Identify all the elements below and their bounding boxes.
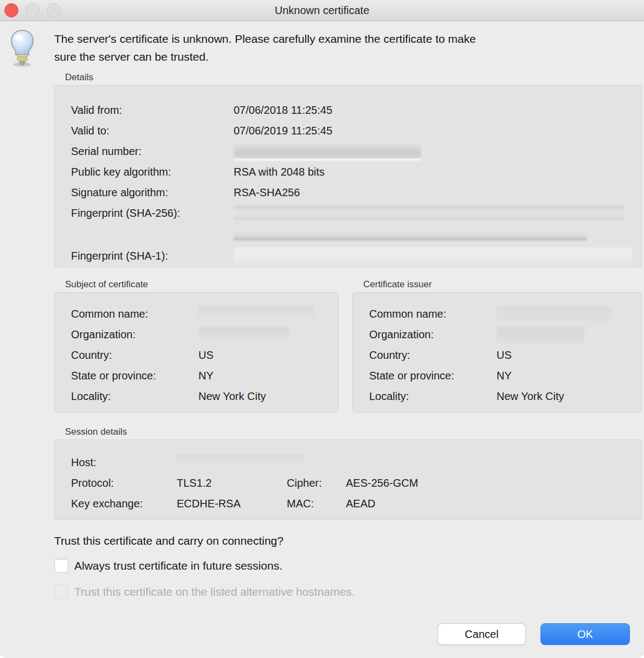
field-value: RSA-SHA256: [234, 186, 630, 199]
detail-row-valid-to: Valid to: 07/06/2019 11:25:45: [71, 120, 630, 141]
field-label: Serial number:: [71, 145, 234, 158]
field-label: Host:: [71, 456, 177, 469]
field-value: US: [198, 349, 330, 362]
subject-row-state: State or province: NY: [71, 365, 330, 386]
detail-row-valid-from: Valid from: 07/06/2018 11:25:45: [71, 100, 630, 120]
detail-row-fingerprint-sha1: Fingerprint (SHA-1):: [71, 244, 630, 268]
redacted-value: [234, 248, 632, 264]
field-label: Common name:: [71, 308, 198, 320]
field-label: Fingerprint (SHA-256):: [71, 203, 234, 223]
field-value: 07/06/2018 11:25:45: [234, 104, 630, 117]
details-group-title: Details: [65, 72, 642, 83]
field-label: Locality:: [369, 390, 497, 403]
field-label: Valid from:: [71, 104, 234, 117]
redacted-value: [177, 454, 304, 470]
issuer-row-country: Country: US: [369, 345, 633, 365]
details-groupbox: Valid from: 07/06/2018 11:25:45 Valid to…: [54, 85, 642, 267]
field-value: TLS1.2: [177, 477, 287, 489]
issuer-group: Certificate issuer Common name: Organiza…: [352, 279, 642, 412]
field-value: New York City: [497, 390, 633, 403]
field-value: AES-256-GCM: [346, 477, 630, 489]
field-value: RSA with 2048 bits: [234, 166, 630, 178]
unknown-certificate-dialog: Unknown certificate The server's certifi…: [0, 0, 644, 658]
trust-question: Trust this certificate and carry on conn…: [54, 534, 284, 547]
session-row-host: Host:: [71, 452, 630, 473]
dialog-message: The server's certificate is unknown. Ple…: [54, 30, 484, 66]
redacted-value: [198, 327, 289, 341]
alt-hostnames-checkbox: [54, 585, 68, 599]
field-value: AEAD: [346, 498, 630, 510]
field-label: Signature algorithm:: [71, 186, 234, 199]
always-trust-label: Always trust certificate in future sessi…: [74, 559, 282, 572]
field-label: Protocol:: [71, 477, 177, 489]
issuer-row-state: State or province: NY: [369, 365, 633, 386]
session-groupbox: Host: Protocol: TLS1.2 Cipher: AES-256-G…: [54, 440, 642, 520]
session-row-keyexchange-mac: Key exchange: ECDHE-RSA MAC: AEAD: [71, 493, 630, 514]
field-label: Fingerprint (SHA-1):: [71, 250, 234, 262]
dialog-buttons: Cancel OK: [437, 623, 630, 645]
detail-row-signature-algorithm: Signature algorithm: RSA-SHA256: [71, 182, 630, 203]
detail-row-fingerprint-sha256: Fingerprint (SHA-256):: [71, 203, 630, 244]
minimize-button: [25, 3, 40, 17]
detail-row-serial-number: Serial number:: [71, 141, 630, 162]
field-label: Public key algorithm:: [71, 166, 234, 178]
field-value: ECDHE-RSA: [177, 498, 287, 510]
field-label: Country:: [71, 349, 198, 362]
field-value: NY: [198, 370, 330, 382]
subject-group-title: Subject of certificate: [65, 279, 339, 290]
issuer-group-title: Certificate issuer: [363, 279, 642, 290]
subject-row-organization: Organization:: [71, 324, 330, 345]
field-label: Locality:: [71, 390, 198, 403]
ok-button[interactable]: OK: [540, 623, 630, 645]
session-group-title: Session details: [65, 427, 642, 437]
redacted-value: [497, 326, 584, 343]
field-value: NY: [497, 370, 633, 382]
traffic-lights: [4, 3, 61, 17]
field-label: State or province:: [369, 370, 497, 382]
issuer-groupbox: Common name: Organization: Country: US S…: [352, 292, 642, 412]
session-group: Session details Host: Protocol: TLS1.2 C…: [54, 427, 642, 520]
window-title: Unknown certificate: [65, 0, 579, 21]
close-button[interactable]: [4, 3, 18, 17]
field-label: Valid to:: [71, 125, 234, 137]
redacted-value: [234, 144, 421, 159]
alt-hostnames-checkbox-row: Trust this certificate on the listed alt…: [54, 585, 355, 599]
subject-row-country: Country: US: [71, 345, 330, 365]
lightbulb-icon: [8, 29, 37, 69]
field-label: Country:: [369, 349, 497, 362]
redacted-value: [198, 306, 315, 322]
title-bar[interactable]: Unknown certificate: [0, 0, 644, 21]
session-row-protocol-cipher: Protocol: TLS1.2 Cipher: AES-256-GCM: [71, 473, 630, 493]
issuer-row-locality: Locality: New York City: [369, 386, 633, 407]
subject-row-locality: Locality: New York City: [71, 386, 330, 407]
field-label: MAC:: [287, 498, 346, 510]
detail-row-public-key-algorithm: Public key algorithm: RSA with 2048 bits: [71, 162, 630, 182]
redacted-value: [497, 306, 611, 321]
field-label: State or province:: [71, 370, 198, 382]
field-label: Cipher:: [287, 477, 346, 489]
redacted-value: [234, 203, 630, 241]
alt-hostnames-label: Trust this certificate on the listed alt…: [74, 585, 355, 598]
issuer-row-common-name: Common name:: [369, 304, 633, 324]
always-trust-checkbox-row: Always trust certificate in future sessi…: [54, 559, 282, 573]
field-value: US: [497, 349, 633, 362]
field-value: 07/06/2019 11:25:45: [234, 125, 630, 137]
always-trust-checkbox[interactable]: [54, 559, 68, 573]
field-label: Key exchange:: [71, 498, 177, 510]
subject-group: Subject of certificate Common name: Orga…: [54, 279, 339, 412]
subject-groupbox: Common name: Organization: Country: US S…: [54, 292, 339, 412]
subject-row-common-name: Common name:: [71, 304, 330, 324]
field-label: Organization:: [71, 328, 198, 341]
field-label: Common name:: [369, 308, 497, 320]
details-group: Details Valid from: 07/06/2018 11:25:45 …: [54, 72, 642, 267]
cancel-button[interactable]: Cancel: [437, 623, 526, 645]
issuer-row-organization: Organization:: [369, 324, 633, 345]
zoom-button: [47, 3, 61, 17]
field-label: Organization:: [369, 328, 497, 341]
field-value: New York City: [198, 390, 330, 403]
